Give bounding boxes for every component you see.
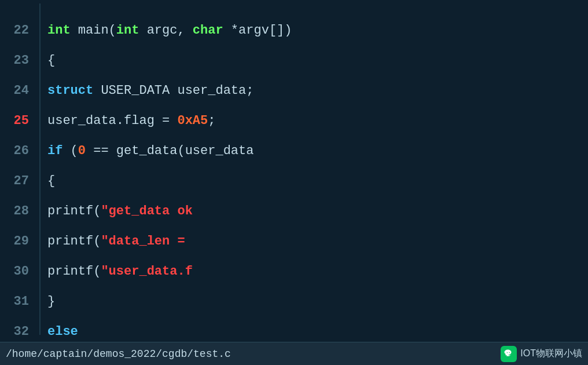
code-token: char	[193, 23, 223, 38]
code-token: else	[47, 324, 78, 339]
code-content: }	[47, 287, 55, 317]
line-number: 30	[0, 257, 39, 287]
wechat-label: IOT物联网小镇	[520, 348, 582, 360]
code-token: argc,	[139, 23, 192, 38]
code-token: }	[47, 294, 55, 309]
code-token: int	[47, 23, 71, 38]
file-path: /home/captain/demos_2022/cgdb/test.c	[6, 348, 231, 360]
code-content: {	[47, 46, 55, 76]
code-content: else	[47, 317, 78, 342]
code-token: *argv[])	[223, 23, 292, 38]
line-divider	[39, 94, 41, 124]
code-token: user_data.flag =	[47, 114, 177, 128]
line-divider	[39, 154, 41, 184]
code-token: int	[116, 23, 139, 38]
code-token: {	[47, 174, 55, 188]
code-token: "get_data ok	[101, 204, 192, 218]
code-content: {	[47, 166, 55, 196]
code-token: printf(	[47, 264, 101, 279]
line-divider	[39, 34, 41, 64]
code-token: == get_data(user_data	[86, 144, 253, 158]
code-token: "user_data.f	[101, 264, 192, 279]
code-token: 0	[78, 144, 86, 158]
code-token: printf(	[47, 204, 101, 218]
line-divider	[39, 3, 41, 34]
line-number: 28	[0, 196, 39, 227]
code-line: 28 printf("get_data ok	[0, 184, 588, 214]
code-content: user_data.flag = 0xA5;	[47, 106, 215, 136]
line-divider	[39, 64, 41, 94]
line-number: 32	[0, 317, 39, 342]
code-token: printf(	[47, 234, 101, 249]
code-line: 24 struct USER_DATA user_data;	[0, 64, 588, 94]
code-token: {	[47, 53, 55, 68]
code-token: ;	[208, 114, 215, 128]
code-line: 32 else	[0, 305, 588, 335]
code-content: if (0 == get_data(user_data	[47, 136, 253, 166]
code-token: struct	[47, 83, 93, 98]
line-number: 22	[0, 16, 39, 46]
line-number: 31	[0, 287, 39, 317]
line-divider	[39, 124, 41, 154]
code-line: 22int main(int argc, char *argv[])	[0, 3, 588, 34]
code-token: 0xA5	[177, 114, 208, 128]
code-token: USER_DATA user_data;	[93, 83, 253, 98]
line-divider	[39, 305, 41, 335]
code-token: (	[63, 144, 78, 158]
line-number: 25	[0, 106, 39, 136]
line-divider	[39, 275, 41, 305]
code-content: printf("data_len =	[47, 227, 185, 257]
line-divider	[39, 214, 41, 244]
line-divider	[39, 244, 41, 275]
code-editor: 22int main(int argc, char *argv[])23{24 …	[0, 0, 588, 342]
line-number: 26	[0, 136, 39, 166]
code-token: main(	[71, 23, 116, 38]
code-token: if	[47, 144, 63, 158]
line-divider	[39, 184, 41, 214]
code-content: printf("get_data ok	[47, 196, 193, 227]
code-token: "data_len =	[101, 234, 185, 249]
line-number: 24	[0, 76, 39, 106]
code-content: struct USER_DATA user_data;	[47, 76, 253, 106]
wechat-icon	[501, 346, 517, 362]
line-number: 27	[0, 166, 39, 196]
status-bar: /home/captain/demos_2022/cgdb/test.c IOT…	[0, 342, 588, 365]
code-content: printf("user_data.f	[47, 257, 193, 287]
line-number: 29	[0, 227, 39, 257]
wechat-badge: IOT物联网小镇	[501, 346, 582, 362]
line-number: 23	[0, 46, 39, 76]
code-content: int main(int argc, char *argv[])	[47, 16, 292, 46]
